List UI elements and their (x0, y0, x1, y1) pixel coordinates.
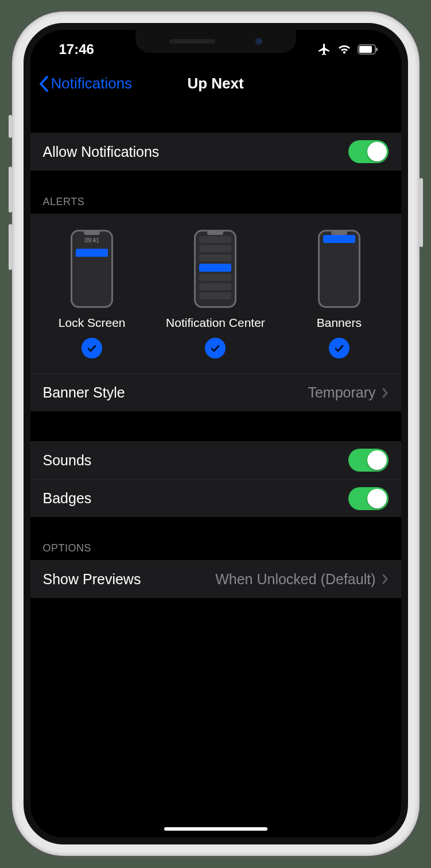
sample-time: 09:41 (72, 237, 111, 244)
device-frame: 17:46 Notifications Up Next Allow Notifi… (12, 11, 420, 856)
show-previews-value: When Unlocked (Default) (215, 571, 375, 588)
lock-screen-phone-icon: 09:41 (71, 230, 113, 308)
allow-notifications-toggle[interactable] (348, 140, 389, 163)
side-button (9, 115, 12, 138)
banner-style-cell[interactable]: Banner Style Temporary (30, 373, 401, 411)
back-label: Notifications (51, 75, 133, 92)
screen: 17:46 Notifications Up Next Allow Notifi… (24, 23, 408, 844)
options-header: OPTIONS (30, 534, 401, 560)
notification-center-label: Notification Center (166, 316, 265, 330)
banners-check[interactable] (329, 338, 350, 358)
badges-label: Badges (43, 490, 92, 507)
banners-label: Banners (317, 316, 362, 330)
status-icons (317, 43, 384, 56)
notch (135, 30, 296, 53)
back-button[interactable]: Notifications (38, 75, 133, 92)
chevron-left-icon (38, 75, 49, 92)
sounds-toggle[interactable] (348, 449, 389, 472)
alerts-panel: 09:41 Lock Screen (30, 214, 401, 373)
alert-option-banners[interactable]: Banners (277, 230, 401, 358)
notification-center-phone-icon (194, 230, 236, 308)
banner-style-value: Temporary (308, 384, 375, 401)
notification-center-check[interactable] (205, 338, 226, 358)
alerts-header: ALERTS (30, 188, 401, 214)
show-previews-label: Show Previews (43, 571, 141, 588)
battery-icon (358, 44, 378, 55)
lock-screen-check[interactable] (81, 338, 102, 358)
allow-notifications-cell[interactable]: Allow Notifications (30, 133, 401, 171)
chevron-right-icon (382, 573, 389, 585)
svg-rect-1 (359, 46, 372, 53)
badges-toggle[interactable] (348, 487, 389, 510)
front-camera (255, 38, 262, 45)
sounds-label: Sounds (43, 452, 92, 469)
check-icon (209, 342, 221, 354)
sounds-cell[interactable]: Sounds (30, 441, 401, 479)
nav-bar: Notifications Up Next (30, 63, 401, 103)
alert-option-lock-screen[interactable]: 09:41 Lock Screen (30, 230, 154, 358)
alert-option-notification-center[interactable]: Notification Center (154, 230, 277, 358)
badges-cell[interactable]: Badges (30, 479, 401, 517)
airplane-icon (317, 43, 331, 56)
speaker-grille (169, 39, 215, 44)
show-previews-cell[interactable]: Show Previews When Unlocked (Default) (30, 560, 401, 598)
banners-phone-icon (318, 230, 360, 308)
power-button (420, 178, 423, 247)
status-time: 17:46 (48, 41, 94, 57)
volume-down-button (9, 224, 12, 270)
banner-style-label: Banner Style (43, 384, 125, 401)
volume-up-button (9, 167, 12, 213)
lock-screen-label: Lock Screen (59, 316, 126, 330)
allow-notifications-label: Allow Notifications (43, 144, 160, 160)
check-icon (333, 342, 345, 354)
wifi-icon (337, 44, 352, 55)
page-title: Up Next (187, 75, 243, 92)
svg-rect-2 (376, 48, 378, 51)
chevron-right-icon (382, 387, 389, 399)
check-icon (86, 342, 98, 354)
home-indicator[interactable] (164, 827, 267, 831)
